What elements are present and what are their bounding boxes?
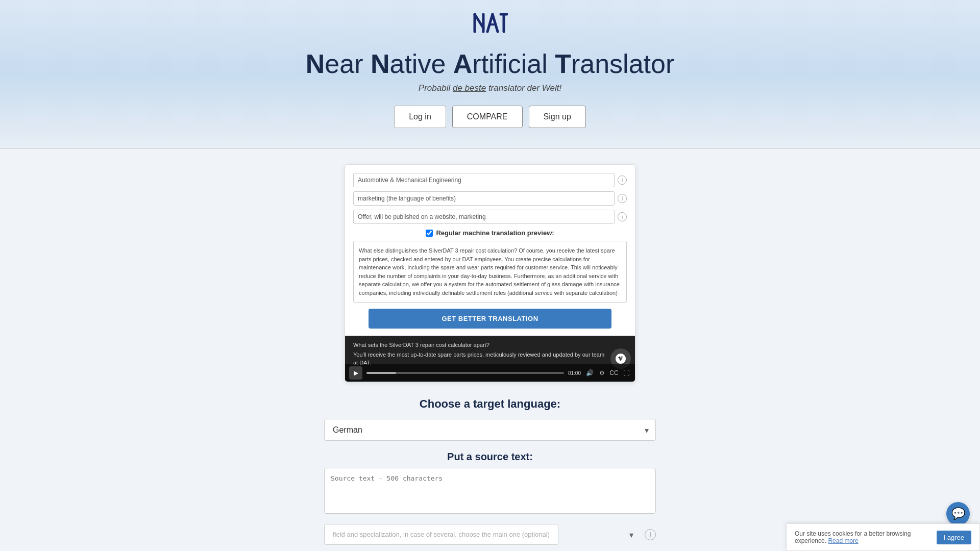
field-2-info-icon[interactable]: i — [618, 194, 627, 203]
svg-line-3 — [487, 14, 493, 32]
field-row-1: i — [353, 173, 627, 187]
login-button[interactable]: Log in — [394, 106, 446, 128]
source-text-label: Put a source text: — [324, 451, 656, 463]
preview-label: Regular machine translation preview: — [353, 229, 627, 237]
cookie-text: Our site uses cookies for a better brows… — [795, 530, 932, 544]
chat-button[interactable]: 💬 — [946, 502, 970, 525]
field-1-input[interactable] — [353, 173, 615, 187]
svg-line-1 — [475, 14, 483, 28]
demo-card-inner: i i i Regular machine translation previe… — [345, 165, 635, 329]
hero-section: Near Native Artificial Translator Probab… — [0, 0, 980, 149]
field-2-input[interactable] — [353, 191, 615, 206]
video-area: What sets the SilverDAT 3 repair cost ca… — [345, 336, 635, 382]
field-specialization-wrapper: field and specialization, in case of sev… — [324, 524, 656, 545]
get-better-translation-button[interactable]: GET BETTER TRANSLATION — [369, 309, 611, 329]
language-select-wrapper: German English French Spanish Italian Po… — [324, 419, 656, 441]
video-icons: 🔊 ⚙ CC ⛶ — [585, 368, 631, 378]
hero-title: Near Native Artificial Translator — [0, 48, 980, 79]
preview-text-box: What else distinguishes the SilverDAT 3 … — [353, 241, 627, 303]
field-3-info-icon[interactable]: i — [618, 212, 627, 221]
video-text-overlay: What sets the SilverDAT 3 repair cost ca… — [353, 341, 609, 367]
field-spec-select[interactable]: field and specialization, in case of sev… — [324, 524, 558, 545]
cookie-banner: Our site uses cookies for a better brows… — [786, 523, 980, 551]
preview-checkbox[interactable] — [426, 230, 433, 237]
main-content: i i i Regular machine translation previe… — [0, 149, 980, 551]
field-spec-info-icon[interactable]: i — [645, 529, 656, 540]
preview-section: Regular machine translation preview: Wha… — [353, 229, 627, 303]
logo-area — [0, 0, 980, 43]
field-row-2: i — [353, 191, 627, 206]
hero-buttons: Log in COMPARE Sign up — [0, 106, 980, 128]
language-select[interactable]: German English French Spanish Italian Po… — [324, 419, 656, 441]
settings-icon[interactable]: ⚙ — [597, 368, 606, 378]
compare-button[interactable]: COMPARE — [452, 106, 523, 128]
hero-subtitle: Probabil de beste translator der Welt! — [0, 83, 980, 93]
chat-icon: 💬 — [951, 507, 965, 520]
signup-button[interactable]: Sign up — [529, 106, 586, 128]
language-section: Choose a target language: German English… — [324, 397, 656, 441]
progress-bar-fill — [366, 372, 396, 374]
play-button[interactable]: ▶ — [349, 366, 362, 380]
fullscreen-icon[interactable]: ⛶ — [622, 368, 631, 378]
field-1-info-icon[interactable]: i — [618, 176, 627, 185]
progress-bar[interactable] — [366, 372, 564, 374]
field-spec-select-wrapper: field and specialization, in case of sev… — [324, 524, 641, 545]
volume-icon[interactable]: 🔊 — [585, 368, 594, 378]
demo-card: i i i Regular machine translation previe… — [345, 164, 635, 382]
cookie-read-more-link[interactable]: Read more — [828, 537, 858, 544]
choose-language-title: Choose a target language: — [324, 397, 656, 411]
captions-icon[interactable]: CC — [609, 368, 619, 378]
cookie-agree-button[interactable]: I agree — [937, 531, 971, 544]
source-text-input[interactable] — [324, 468, 656, 514]
svg-line-4 — [493, 14, 498, 32]
video-controls: ▶ 01:00 🔊 ⚙ CC ⛶ — [345, 364, 635, 382]
time-display: 01:00 — [568, 370, 581, 376]
nat-logo — [472, 10, 508, 38]
field-row-3: i — [353, 210, 627, 224]
field-3-input[interactable] — [353, 210, 615, 224]
source-text-section: Put a source text: — [324, 451, 656, 516]
